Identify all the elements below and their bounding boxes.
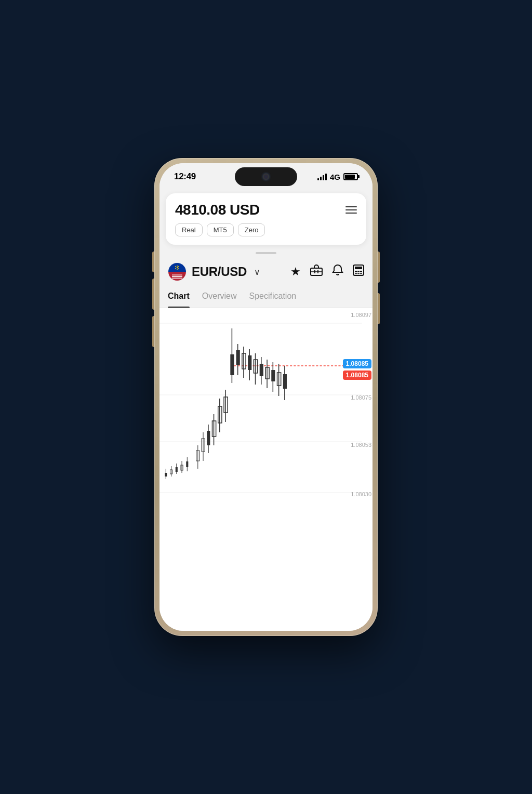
phone-screen: 12:49 4G: [159, 163, 373, 631]
candlestick-chart: [159, 308, 373, 505]
svg-rect-18: [357, 271, 360, 272]
tabs-container: Chart Overview Specification: [159, 284, 373, 308]
svg-point-4: [178, 266, 179, 267]
notch: [235, 167, 297, 186]
svg-rect-20: [355, 273, 357, 274]
front-camera: [263, 174, 269, 180]
favorite-icon[interactable]: ★: [290, 265, 301, 279]
volume-down-button[interactable]: [152, 279, 154, 310]
price-label-2: 1.08075: [351, 394, 371, 401]
account-balance: 4810.08 USD: [175, 202, 260, 218]
svg-rect-51: [230, 354, 234, 375]
tag-mt5[interactable]: MT5: [207, 223, 234, 236]
battery-fill: [345, 175, 355, 179]
status-bar: 12:49 4G: [159, 163, 373, 190]
signal-bar-2: [320, 177, 322, 180]
signal-icon: [317, 173, 327, 180]
svg-point-3: [175, 266, 176, 267]
svg-rect-19: [360, 271, 362, 272]
chart-area[interactable]: 1.08097 1.08075 1.08053 1.08030 1.08085 …: [159, 308, 373, 631]
svg-rect-17: [355, 271, 357, 272]
chevron-down-icon[interactable]: ∨: [254, 267, 260, 277]
price-label-4: 1.08030: [351, 491, 371, 497]
svg-rect-9: [172, 276, 182, 277]
menu-button[interactable]: [345, 206, 357, 214]
svg-rect-53: [236, 350, 240, 365]
network-type: 4G: [330, 173, 340, 181]
svg-rect-16: [355, 267, 362, 269]
hamburger-line-3: [345, 213, 357, 214]
account-header: 4810.08 USD: [175, 202, 357, 218]
status-time: 12:49: [174, 171, 196, 182]
svg-rect-33: [176, 467, 178, 472]
signal-bar-4: [325, 174, 327, 180]
svg-point-1: [177, 266, 178, 267]
calculator-icon[interactable]: [353, 264, 364, 279]
svg-point-0: [177, 267, 178, 268]
svg-rect-43: [207, 431, 210, 445]
tag-zero[interactable]: Zero: [238, 223, 265, 236]
tag-real[interactable]: Real: [175, 223, 203, 236]
tab-overview[interactable]: Overview: [202, 292, 237, 307]
signal-bar-3: [323, 175, 324, 180]
signal-bar-1: [317, 178, 319, 180]
svg-rect-10: [172, 277, 182, 279]
svg-rect-57: [248, 355, 251, 370]
svg-point-2: [177, 269, 178, 270]
chart-svg-container: 1.08097 1.08075 1.08053 1.08030 1.08085 …: [159, 308, 373, 505]
battery-icon: [343, 173, 358, 180]
hamburger-line-1: [345, 206, 357, 207]
tab-chart[interactable]: Chart: [168, 292, 190, 307]
svg-rect-29: [165, 473, 167, 477]
account-tags: Real MT5 Zero: [175, 223, 357, 236]
svg-rect-21: [357, 273, 360, 274]
mute-button[interactable]: [152, 316, 154, 347]
price-badge-blue: 1.08085: [343, 359, 371, 368]
price-badge-red: 1.08085: [343, 370, 371, 380]
drag-indicator: [256, 252, 276, 254]
svg-point-6: [178, 268, 179, 269]
flag-eu: [168, 263, 186, 272]
status-right: 4G: [317, 173, 358, 181]
briefcase-icon[interactable]: [310, 264, 323, 279]
volume-up-button[interactable]: [152, 252, 154, 272]
flag-us: [168, 272, 186, 281]
tab-specification[interactable]: Specification: [249, 292, 296, 307]
account-card: 4810.08 USD Real MT5 Zero: [166, 193, 366, 245]
currency-actions: ★: [290, 264, 364, 280]
currency-left: EUR/USD ∨: [168, 262, 260, 281]
svg-rect-37: [186, 461, 188, 467]
svg-rect-8: [172, 274, 182, 275]
bell-icon[interactable]: [332, 264, 343, 280]
svg-rect-69: [283, 374, 287, 389]
svg-rect-61: [260, 364, 263, 376]
svg-rect-65: [271, 370, 275, 381]
currency-flag: [168, 262, 187, 281]
currency-symbol[interactable]: EUR/USD: [192, 264, 247, 279]
currency-header: EUR/USD ∨ ★: [159, 258, 373, 281]
price-label-1: 1.08097: [351, 312, 371, 318]
svg-point-5: [175, 268, 176, 269]
phone-device: 12:49 4G: [154, 158, 378, 636]
hamburger-line-2: [345, 209, 357, 210]
svg-rect-22: [360, 273, 362, 274]
price-label-3: 1.08053: [351, 442, 371, 448]
